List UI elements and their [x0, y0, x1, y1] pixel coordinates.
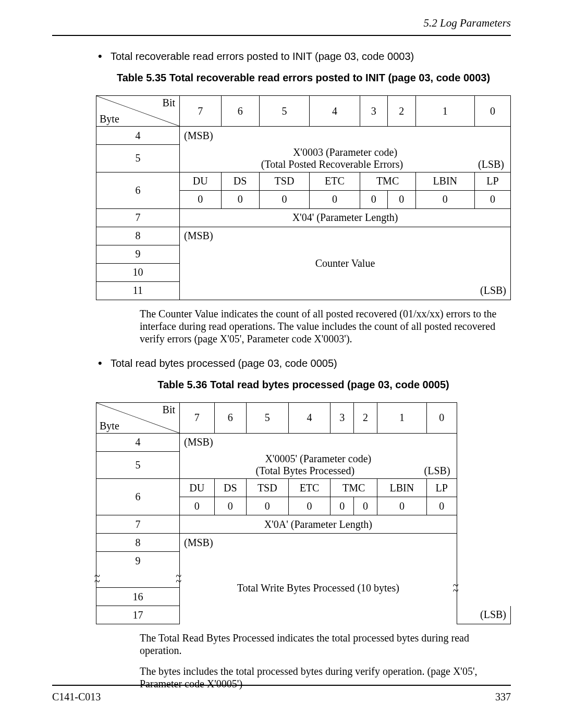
tsd: TSD	[259, 172, 309, 190]
param-sub: (Total Bytes Processed)	[255, 465, 354, 477]
du: DU	[180, 172, 222, 190]
byte-10: 10	[96, 263, 180, 281]
etc: ETC	[310, 172, 360, 190]
bit-byte-header-2: Bit Byte	[96, 402, 180, 433]
msb-cell: (MSB)	[180, 127, 511, 145]
byte-9: 9	[96, 552, 180, 570]
bit-label-2: Bit	[163, 404, 175, 416]
table-5-36: Bit Byte 7 6 5 4 3 2 1 0 4 (MSB) 5 X'000…	[96, 402, 511, 625]
msb-cell-2: (MSB)	[180, 227, 511, 245]
bit-0: 0	[474, 96, 510, 127]
bit-1: 1	[377, 402, 426, 433]
bit-5: 5	[246, 402, 288, 433]
lbin-val: 0	[415, 190, 474, 208]
footer-right: 337	[495, 691, 511, 703]
lsb-cell-2: (LSB)	[457, 606, 510, 624]
byte-8: 8	[96, 227, 180, 245]
bit-label: Bit	[163, 97, 175, 109]
lp-val: 0	[426, 497, 457, 515]
tmc-val-a: 0	[360, 190, 387, 208]
etc-val: 0	[288, 497, 331, 515]
bit-3: 3	[331, 402, 354, 433]
byte-5: 5	[96, 145, 180, 172]
bit-0: 0	[426, 402, 457, 433]
tilde-left: ~~	[94, 573, 100, 584]
tmc: TMC	[331, 479, 377, 497]
lp-val: 0	[474, 190, 510, 208]
msb-cell: (MSB)	[180, 433, 457, 451]
lsb-cell-2: (LSB)	[180, 281, 511, 300]
paragraph-1: The Counter Value indicates the count of…	[140, 307, 511, 345]
etc-val: 0	[310, 190, 360, 208]
param-length: X'0A' (Parameter Length)	[180, 515, 457, 534]
total-bytes-processed: Total Write Bytes Processed (10 bytes)	[237, 582, 399, 594]
du-val: 0	[180, 497, 215, 515]
param-code: X'0003 (Parameter code)	[183, 146, 507, 158]
param-length: X'04' (Parameter Length)	[180, 208, 511, 227]
etc: ETC	[288, 479, 331, 497]
byte-5: 5	[96, 451, 180, 479]
byte-7: 7	[96, 515, 180, 534]
bit-4: 4	[310, 96, 360, 127]
tsd-val: 0	[246, 497, 288, 515]
footer-left: C141-C013	[52, 691, 101, 703]
ds: DS	[214, 479, 246, 497]
bit-7: 7	[180, 402, 215, 433]
bit-3: 3	[360, 96, 387, 127]
bit-5: 5	[259, 96, 309, 127]
bullet-item-2: Total read bytes processed (page 03, cod…	[96, 357, 511, 369]
bit-1: 1	[415, 96, 474, 127]
counter-value: Counter Value	[180, 245, 511, 281]
msb-cell-2: (MSB)	[180, 534, 457, 552]
param-sub: (Total Posted Recoverable Errors)	[261, 158, 403, 170]
lp: LP	[426, 479, 457, 497]
du: DU	[180, 479, 215, 497]
tmc-val-b: 0	[388, 190, 415, 208]
byte-9: 9	[96, 245, 180, 263]
running-header: 5.2 Log Parameters	[52, 17, 511, 30]
lsb-label: (LSB)	[478, 158, 504, 170]
tmc-val-b: 0	[354, 497, 377, 515]
bit-2: 2	[388, 96, 415, 127]
param-code: X'0005' (Parameter code)	[183, 453, 454, 465]
byte-label: Byte	[100, 113, 119, 125]
ds-val: 0	[221, 190, 259, 208]
byte-17: 17	[96, 606, 180, 624]
tsd-val: 0	[259, 190, 309, 208]
ds: DS	[221, 172, 259, 190]
bit-6: 6	[214, 402, 246, 433]
lbin: LBIN	[415, 172, 474, 190]
tmc: TMC	[360, 172, 415, 190]
bit-byte-header: Bit Byte	[96, 96, 180, 127]
du-val: 0	[180, 190, 222, 208]
byte-4: 4	[96, 433, 180, 451]
table-5-35: Bit Byte 7 6 5 4 3 2 1 0 4 (MSB) 5 X'000…	[96, 95, 511, 300]
byte-6: 6	[96, 172, 180, 208]
byte-label-2: Byte	[100, 420, 119, 432]
byte-16: 16	[96, 588, 180, 606]
bit-4: 4	[288, 402, 331, 433]
page-footer: C141-C013 337	[52, 681, 511, 703]
lbin: LBIN	[377, 479, 426, 497]
ds-val: 0	[214, 497, 246, 515]
table-caption-1: Table 5.35 Total recoverable read errors…	[96, 72, 511, 84]
byte-4: 4	[96, 127, 180, 145]
table-caption-2: Table 5.36 Total read bytes processed (p…	[96, 379, 511, 391]
bit-2: 2	[354, 402, 377, 433]
lp: LP	[474, 172, 510, 190]
paragraph-2: The Total Read Bytes Processed indicates…	[140, 632, 511, 657]
tmc-val-a: 0	[331, 497, 354, 515]
byte-7: 7	[96, 208, 180, 227]
tilde-mid: ~~	[176, 573, 181, 584]
byte-8: 8	[96, 534, 180, 552]
byte-11: 11	[96, 281, 180, 300]
bullet-item-1: Total recoverable read errors posted to …	[96, 51, 511, 63]
bit-6: 6	[221, 96, 259, 127]
header-rule	[52, 35, 511, 36]
lsb-label: (LSB)	[424, 465, 450, 477]
lbin-val: 0	[377, 497, 426, 515]
byte-6: 6	[96, 479, 180, 515]
footer-rule	[52, 685, 511, 686]
bit-7: 7	[180, 96, 222, 127]
tilde-right: ~~	[453, 583, 459, 593]
